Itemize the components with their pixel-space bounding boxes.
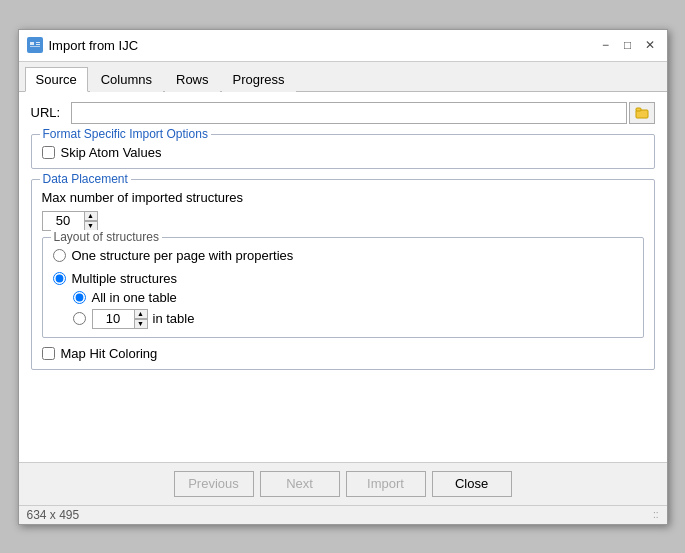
max-structures-input[interactable]: [42, 211, 84, 231]
tab-content: URL: Format Specific Import Options Skip…: [19, 92, 667, 462]
max-structures-spinbox: ▲ ▼: [42, 211, 97, 231]
format-section-content: Skip Atom Values: [42, 141, 644, 160]
layout-box: Layout of structures One structure per p…: [42, 237, 644, 338]
radio-multiple-label: Multiple structures: [72, 271, 177, 286]
skip-atom-label: Skip Atom Values: [61, 145, 162, 160]
tab-source[interactable]: Source: [25, 67, 88, 92]
window-title: Import from IJC: [49, 38, 597, 53]
resize-icon: ::: [653, 509, 659, 520]
maximize-button[interactable]: □: [619, 36, 637, 54]
svg-rect-1: [30, 42, 34, 45]
radio-one-per-page-row: One structure per page with properties: [53, 244, 633, 263]
radio-n-in-table[interactable]: [73, 312, 86, 325]
radio-all-in-one-row: All in one table: [53, 290, 633, 305]
tab-columns[interactable]: Columns: [90, 67, 163, 92]
tab-rows[interactable]: Rows: [165, 67, 220, 92]
format-section-title: Format Specific Import Options: [40, 127, 211, 141]
in-table-suffix: in table: [153, 311, 195, 326]
radio-one-per-page-label: One structure per page with properties: [72, 248, 294, 263]
max-structures-spinbox-row: ▲ ▼: [42, 211, 644, 231]
n-in-table-increment[interactable]: ▲: [134, 309, 148, 319]
status-bar: 634 x 495 ::: [19, 505, 667, 524]
skip-atom-row: Skip Atom Values: [42, 145, 644, 160]
next-button[interactable]: Next: [260, 471, 340, 497]
minimize-button[interactable]: −: [597, 36, 615, 54]
data-placement-title: Data Placement: [40, 172, 131, 186]
format-section: Format Specific Import Options Skip Atom…: [31, 134, 655, 169]
url-input[interactable]: [71, 102, 627, 124]
svg-rect-4: [30, 46, 40, 47]
map-hit-checkbox[interactable]: [42, 347, 55, 360]
radio-all-in-one[interactable]: [73, 291, 86, 304]
url-row: URL:: [31, 102, 655, 124]
max-structures-spinbox-buttons: ▲ ▼: [84, 211, 98, 231]
skip-atom-checkbox[interactable]: [42, 146, 55, 159]
status-dimensions: 634 x 495: [27, 508, 80, 522]
close-button[interactable]: ✕: [641, 36, 659, 54]
url-browse-button[interactable]: [629, 102, 655, 124]
max-structures-label: Max number of imported structures: [42, 190, 244, 205]
n-in-table-decrement[interactable]: ▼: [134, 319, 148, 329]
svg-rect-2: [36, 42, 40, 43]
footer: Previous Next Import Close: [19, 462, 667, 505]
radio-all-in-one-label: All in one table: [92, 290, 177, 305]
tab-bar: Source Columns Rows Progress: [19, 62, 667, 92]
import-button[interactable]: Import: [346, 471, 426, 497]
svg-rect-6: [636, 108, 641, 111]
radio-n-in-table-row: ▲ ▼ in table: [53, 309, 633, 329]
svg-rect-3: [36, 44, 40, 45]
radio-multiple[interactable]: [53, 272, 66, 285]
data-placement-section: Data Placement Max number of imported st…: [31, 179, 655, 370]
tab-progress[interactable]: Progress: [222, 67, 296, 92]
n-in-table-input[interactable]: [92, 309, 134, 329]
max-structures-increment[interactable]: ▲: [84, 211, 98, 221]
data-placement-content: Max number of imported structures ▲ ▼ La…: [42, 186, 644, 361]
n-in-table-spinbox-buttons: ▲ ▼: [134, 309, 148, 329]
layout-box-title: Layout of structures: [51, 230, 162, 244]
radio-multiple-row: Multiple structures: [53, 267, 633, 286]
close-button-footer[interactable]: Close: [432, 471, 512, 497]
radio-one-per-page[interactable]: [53, 249, 66, 262]
main-window: Import from IJC − □ ✕ Source Columns Row…: [18, 29, 668, 525]
window-icon: [27, 37, 43, 53]
n-in-table-spinbox: ▲ ▼: [92, 309, 147, 329]
window-controls: − □ ✕: [597, 36, 659, 54]
url-label: URL:: [31, 105, 71, 120]
map-hit-row: Map Hit Coloring: [42, 346, 644, 361]
map-hit-label: Map Hit Coloring: [61, 346, 158, 361]
title-bar: Import from IJC − □ ✕: [19, 30, 667, 62]
previous-button[interactable]: Previous: [174, 471, 254, 497]
max-structures-row: Max number of imported structures: [42, 190, 644, 205]
